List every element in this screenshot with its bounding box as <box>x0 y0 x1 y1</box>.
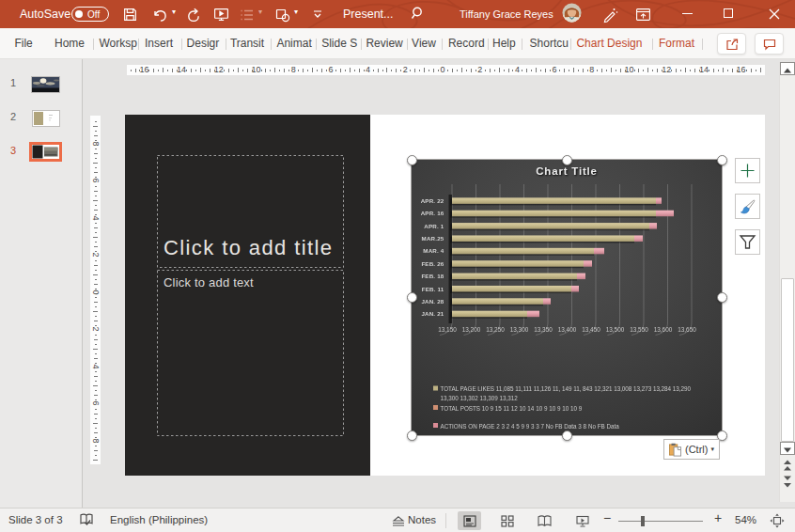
svg-text:13,200: 13,200 <box>462 326 481 333</box>
svg-text:13,550: 13,550 <box>630 326 648 333</box>
svg-text:13,400: 13,400 <box>558 326 577 333</box>
svg-text:APR. 1: APR. 1 <box>424 223 444 229</box>
svg-text:MAR.25: MAR.25 <box>422 235 444 242</box>
svg-text:FEB. 18: FEB. 18 <box>421 273 444 279</box>
svg-text:JAN. 21: JAN. 21 <box>421 310 444 317</box>
svg-text:ACTIONS ON PAGE 2 3 2 4 5 9 9: ACTIONS ON PAGE 2 3 2 4 5 9 9 3 3 7 No F… <box>441 423 620 430</box>
svg-text:APR. 16: APR. 16 <box>421 210 444 216</box>
svg-text:13,300: 13,300 <box>510 326 529 333</box>
svg-text:13,250: 13,250 <box>486 326 505 333</box>
svg-text:JAN. 28: JAN. 28 <box>421 298 444 305</box>
svg-text:13,600: 13,600 <box>654 326 673 333</box>
svg-text:FEB. 11: FEB. 11 <box>422 286 444 292</box>
svg-text:APR. 22: APR. 22 <box>421 197 444 204</box>
svg-text:13,450: 13,450 <box>582 326 600 333</box>
svg-text:TOTAL PAGE LIKES 11,085 11,111: TOTAL PAGE LIKES 11,085 11,111 11,126 11… <box>441 385 692 392</box>
svg-text:13,300 13,302 13,309 13,312: 13,300 13,302 13,309 13,312 <box>441 395 519 401</box>
svg-text:13,650: 13,650 <box>678 326 696 333</box>
svg-text:13,500: 13,500 <box>606 326 625 333</box>
svg-text:FEB. 26: FEB. 26 <box>421 260 444 267</box>
svg-text:TOTAL POSTS 10 9 15 11 12 10 1: TOTAL POSTS 10 9 15 11 12 10 14 10 9 10 … <box>441 405 583 412</box>
svg-text:13,150: 13,150 <box>438 326 457 333</box>
svg-text:Chart Title: Chart Title <box>536 165 597 177</box>
svg-text:13,350: 13,350 <box>534 326 553 333</box>
svg-text:MAR. 4: MAR. 4 <box>423 247 444 254</box>
